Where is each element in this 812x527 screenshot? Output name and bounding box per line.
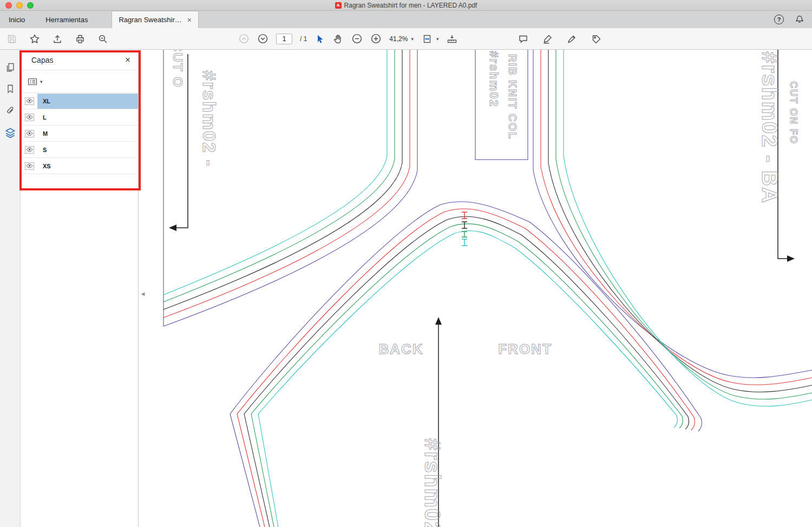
measure-tool-icon[interactable] [446,32,458,46]
window-title: Ragran Sweatshirt for men - LAYERED A0.p… [344,2,477,9]
previous-page-icon[interactable] [238,32,250,46]
tab-tools[interactable]: Herramientas [40,11,93,28]
notifications-bell-icon[interactable] [795,15,804,24]
neckband-code-label: #rshm02 [487,51,501,108]
tab-home[interactable]: Inicio [3,11,30,28]
main-toolbar: / 1 41,2% ▾ [0,28,812,50]
help-icon[interactable]: ? [774,15,784,24]
layers-icon[interactable] [4,127,16,139]
collapse-panel-icon[interactable]: ◀ [139,287,147,301]
star-icon[interactable] [29,32,40,46]
hand-tool-icon[interactable] [333,32,344,46]
page-fit-dropdown[interactable]: ▾ [421,34,439,44]
layers-panel-title: Capas [31,56,53,64]
pdf-doc-icon: A [335,2,342,9]
comment-tool-icon[interactable] [518,32,529,46]
left-piece-code-label: #rshm02 - [199,70,220,167]
sleeve-piece-curves [230,202,702,527]
pattern-labels: CUT O #rshm02 - #rshm02 RIB KNIT COL #rs… [171,50,799,527]
navigation-pane-strip [0,50,21,527]
attachments-paperclip-icon[interactable] [5,105,16,116]
layer-row-s[interactable]: S [21,142,138,158]
zoom-level-value: 41,2% [389,35,408,43]
highlighter-tool-icon[interactable] [542,32,553,46]
print-icon[interactable] [75,32,86,46]
neckband-name-label: RIB KNIT COL [507,54,519,140]
layer-options-menu[interactable]: ▾ [27,76,43,87]
tab-bar: Inicio Herramientas Ragran Sweatshir… × … [0,11,812,28]
layer-row-xs[interactable]: XS [21,158,138,174]
share-upload-icon[interactable] [52,32,63,46]
chevron-down-icon: ▾ [40,79,43,84]
grain-arrows [169,50,795,527]
layer-visibility-eye-icon[interactable] [25,114,34,121]
zoom-out-icon[interactable] [351,32,363,46]
layer-label: M [43,130,48,137]
chevron-down-icon: ▾ [436,36,439,42]
layer-label: L [43,114,47,121]
right-piece-code-label: #rshm02 - BA [758,51,782,204]
layer-row-xl[interactable]: XL [21,93,138,109]
tab-document-label: Ragran Sweatshir… [119,16,181,24]
cut-on-fold-left-label: CUT O [171,50,185,88]
save-icon[interactable] [6,32,17,46]
front-label: FRONT [498,341,552,357]
document-view[interactable]: CUT O #rshm02 - #rshm02 RIB KNIT COL #rs… [139,50,812,527]
fill-sign-pen-icon[interactable] [566,32,578,46]
page-total-label: / 1 [300,35,307,43]
close-panel-icon[interactable]: × [125,55,130,64]
layer-row-m[interactable]: M [21,126,138,142]
layer-visibility-eye-icon[interactable] [25,146,34,154]
layer-label: XL [43,98,50,104]
tab-document[interactable]: Ragran Sweatshir… × [112,11,199,28]
chevron-down-icon: ▾ [411,36,414,42]
layer-label: S [43,147,47,153]
titlebar: A Ragran Sweatshirt for men - LAYERED A0… [0,0,812,11]
page-thumbnails-icon[interactable] [5,62,16,73]
sleeve-code-label: #rshm02 - [421,438,444,527]
zoom-level-dropdown[interactable]: 41,2% ▾ [389,35,414,43]
zoom-in-icon[interactable] [370,32,382,46]
size-notches [462,212,467,246]
layer-visibility-eye-icon[interactable] [25,130,34,137]
bookmarks-icon[interactable] [5,83,16,94]
layer-visibility-eye-icon[interactable] [25,162,34,170]
search-zoom-icon[interactable] [97,32,108,46]
layer-label: XS [43,163,51,169]
back-label: BACK [378,341,423,357]
layer-visibility-eye-icon[interactable] [25,97,34,105]
page-number-input[interactable] [276,34,292,44]
layers-panel: Capas × ▾ XL L M S [21,50,139,527]
stamp-tag-icon[interactable] [591,32,602,46]
next-page-icon[interactable] [257,32,269,46]
neckband-piece [475,50,528,160]
layer-row-l[interactable]: L [21,109,138,126]
cut-on-fold-right-label: CUT ON FO [788,81,799,144]
close-tab-icon[interactable]: × [187,16,192,24]
select-tool-icon[interactable] [315,32,325,46]
pattern-drawing: CUT O #rshm02 - #rshm02 RIB KNIT COL #rs… [147,50,812,527]
